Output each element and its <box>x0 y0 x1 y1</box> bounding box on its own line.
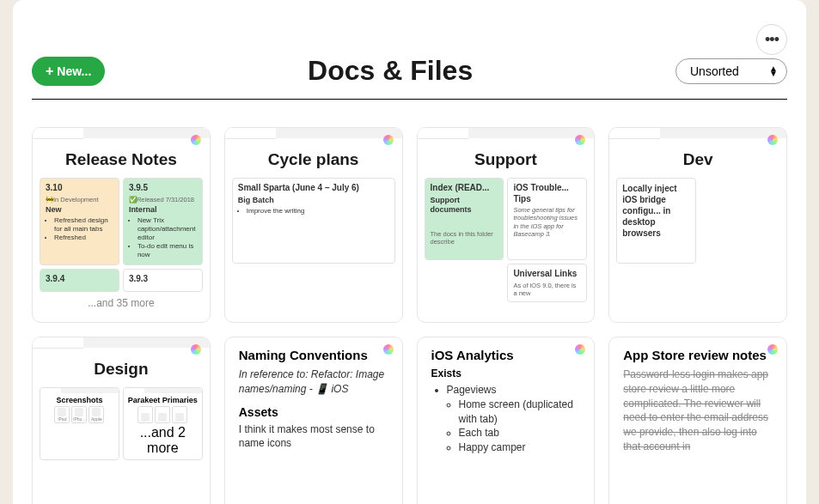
doc-thumb: Universal Links As of iOS 9.0, there is … <box>507 264 587 302</box>
doc-thumb: Small Sparta (June 4 – July 6) Big Batch… <box>232 178 395 264</box>
rainbow-icon <box>191 135 201 145</box>
folder-card-support[interactable]: Support Index (READ... Support documents… <box>417 127 596 323</box>
folder-card-dev[interactable]: Dev Locally inject iOS bridge configu...… <box>608 127 787 323</box>
folder-title: Cycle plans <box>232 150 395 169</box>
subfolder-thumb: Parakeet Primaries ...and 2 more <box>123 387 203 460</box>
subfolder-thumb: Screenshots iPad iPho... Apple <box>40 387 119 460</box>
updown-icon: ▲▼ <box>769 66 778 76</box>
header-row: + New... Docs & Files Unsorted ▲▼ <box>32 55 787 100</box>
plus-icon: + <box>46 64 53 79</box>
doc-body: Pageviews Home screen (duplicated with t… <box>431 383 581 455</box>
doc-body: Password-less login makes app store revi… <box>623 367 773 454</box>
doc-section: Assets <box>239 405 388 419</box>
doc-thumb: 3.9.4 <box>40 269 119 292</box>
doc-card-ios-analytics[interactable]: iOS Analytics Exists Pageviews Home scre… <box>417 337 596 504</box>
new-button[interactable]: + New... <box>32 57 105 86</box>
overflow-menu-button[interactable]: ••• <box>756 24 787 55</box>
doc-title: iOS Analytics <box>431 348 581 362</box>
doc-thumb: 3.10 🚧In Development New Refreshed desig… <box>40 178 119 265</box>
sort-label: Unsorted <box>690 64 739 78</box>
card-grid: Release Notes 3.10 🚧In Development New R… <box>32 127 787 504</box>
folder-title: Dev <box>616 150 779 169</box>
rainbow-icon <box>383 344 394 355</box>
doc-thumb: Locally inject iOS bridge configu... in … <box>616 178 696 264</box>
folder-tab-icon <box>417 127 468 139</box>
rainbow-icon <box>575 135 585 145</box>
rainbow-icon <box>767 135 778 145</box>
doc-thumb: iOS Trouble... Tips Some general tips fo… <box>507 178 587 260</box>
doc-thumb: 3.9.5 ✅Released 7/31/2018 Internal New T… <box>123 178 203 265</box>
page-container: ••• + New... Docs & Files Unsorted ▲▼ Re… <box>13 0 806 504</box>
folder-tab-icon <box>32 127 83 139</box>
rainbow-icon <box>383 135 394 145</box>
folder-card-release-notes[interactable]: Release Notes 3.10 🚧In Development New R… <box>32 127 211 323</box>
page-title: Docs & Files <box>105 55 675 87</box>
doc-thumb: Index (READ... Support documents The doc… <box>425 178 504 260</box>
more-count: ...and 35 more <box>40 297 203 309</box>
doc-thumb: 3.9.3 <box>123 269 203 292</box>
folder-tab-icon <box>608 127 660 139</box>
doc-body: I think it makes most sense to name icon… <box>239 422 388 452</box>
rainbow-icon <box>575 344 585 355</box>
folder-title: Support <box>425 150 588 169</box>
doc-title: Naming Conventions <box>239 348 388 362</box>
doc-card-naming-conventions[interactable]: Naming Conventions In reference to: Refa… <box>224 337 403 504</box>
folder-tab-icon <box>32 337 83 349</box>
new-button-label: New... <box>57 64 91 78</box>
doc-reference: In reference to: Refactor: Image names/n… <box>239 367 388 397</box>
folder-card-cycle-plans[interactable]: Cycle plans Small Sparta (June 4 – July … <box>224 127 403 323</box>
rainbow-icon <box>767 344 778 355</box>
doc-section: Exists <box>431 367 581 380</box>
folder-title: Release Notes <box>40 150 203 169</box>
folder-tab-icon <box>224 127 276 139</box>
sort-select[interactable]: Unsorted ▲▼ <box>675 58 787 84</box>
folder-title: Design <box>40 360 203 379</box>
doc-title: App Store review notes <box>623 348 773 362</box>
folder-card-design[interactable]: Design Screenshots iPad iPho... Apple Pa… <box>32 337 211 504</box>
rainbow-icon <box>191 344 201 355</box>
doc-card-app-store-review[interactable]: App Store review notes Password-less log… <box>608 337 787 504</box>
